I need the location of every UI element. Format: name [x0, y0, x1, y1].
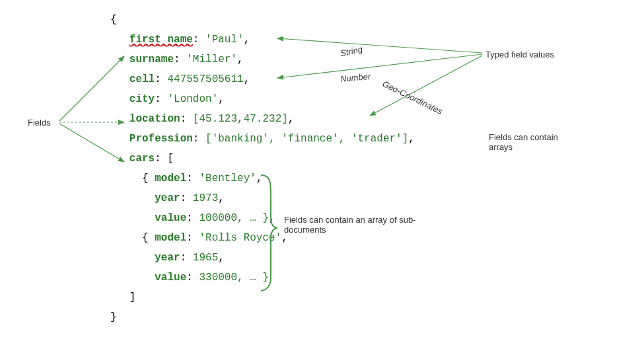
- key-surname: surname: [129, 54, 174, 65]
- val-first-name: 'Paul': [205, 34, 244, 46]
- key-cars: cars: [129, 153, 155, 165]
- line-surname: surname: 'Miller',: [110, 50, 415, 69]
- key-profession: Profession: [129, 133, 193, 145]
- val-city: 'London': [167, 93, 218, 105]
- val-car2-value: 330000, … }: [199, 272, 269, 284]
- val-location: [45.123,47.232]: [193, 113, 288, 125]
- key-cell: cell: [129, 73, 155, 85]
- line-car2-year: year: 1965,: [110, 248, 415, 268]
- label-arrays-note: Fields can contain arrays: [489, 132, 568, 152]
- key-car2-value: value: [155, 272, 186, 284]
- key-car1-year: year: [155, 192, 180, 204]
- key-car2-model: model: [155, 232, 186, 244]
- line-profession: Profession: ['banking', 'finance', 'trad…: [110, 129, 415, 149]
- key-car1-model: model: [155, 173, 186, 184]
- line-city: city: 'London',: [110, 89, 415, 109]
- label-fields: Fields: [28, 118, 51, 128]
- val-surname: 'Miller': [186, 54, 237, 65]
- val-car2-year: 1965: [193, 252, 218, 264]
- key-city: city: [129, 93, 155, 105]
- val-car2-model: 'Rolls Royce': [199, 232, 281, 244]
- key-location: location: [129, 113, 180, 125]
- line-first-name: first name: 'Paul',: [110, 30, 415, 50]
- key-first-name: first name: [129, 34, 193, 46]
- val-car1-value: 100000, … }: [199, 212, 269, 224]
- json-document: { first name: 'Paul', surname: 'Miller',…: [110, 10, 415, 327]
- brace-close: }: [110, 307, 415, 327]
- val-profession: ['banking', 'finance', 'trader']: [205, 133, 408, 145]
- label-typed-values: Typed field values: [485, 50, 554, 59]
- val-car1-model: 'Bentley': [199, 173, 256, 184]
- val-car1-year: 1973: [193, 192, 218, 204]
- brace-open: {: [110, 10, 415, 30]
- line-location: location: [45.123,47.232],: [110, 109, 415, 129]
- line-cars-open: cars: [: [110, 149, 415, 169]
- line-car2-value: value: 330000, … }: [110, 268, 415, 288]
- line-car1-year: year: 1973,: [110, 188, 415, 208]
- line-car1-model: { model: 'Bentley',: [110, 169, 415, 188]
- bracket-close: ]: [110, 288, 415, 307]
- label-subdoc-note: Fields can contain an array of sub-docum…: [284, 215, 436, 235]
- val-cell: 447557505611: [167, 73, 243, 85]
- key-car1-value: value: [155, 212, 186, 224]
- key-car2-year: year: [155, 252, 180, 264]
